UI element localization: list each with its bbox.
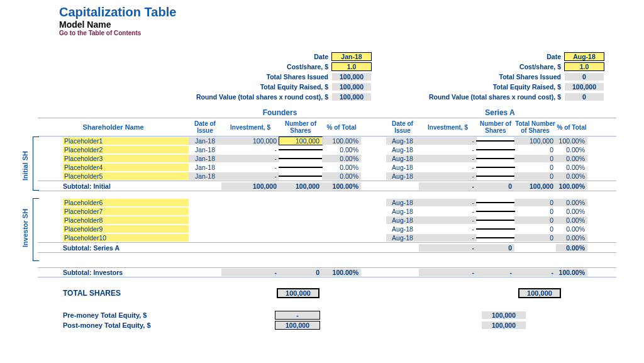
model-name: Model Name bbox=[59, 20, 644, 30]
cell-tot-a: 0 bbox=[514, 146, 556, 154]
table-row: Placeholder4Jan-18-0.00%Aug-18-00.00% bbox=[38, 163, 616, 172]
sub-initial-inv-f: 100,000 bbox=[221, 182, 279, 190]
seriesA-cost[interactable]: 1.0 bbox=[565, 63, 604, 70]
cell-pct-a: 0.00% bbox=[556, 172, 587, 180]
cell-doi-f: Jan-18 bbox=[189, 155, 221, 162]
cell-tot-a: 0 bbox=[514, 164, 556, 171]
cell-pct-a: 0.00% bbox=[556, 225, 587, 233]
cell-doi-f: Jan-18 bbox=[189, 172, 221, 180]
label-rv-a: Round Value (total shares x round cost),… bbox=[396, 93, 565, 101]
label-date: Date bbox=[189, 53, 332, 60]
total-shares-label: TOTAL SHARES bbox=[63, 289, 214, 298]
label-tsi-a: Total Shares Issued bbox=[396, 73, 565, 81]
cell-pct-f: 0.00% bbox=[322, 146, 361, 154]
shareholder-name[interactable]: Placeholder8 bbox=[63, 216, 189, 224]
cell-inv-a: - bbox=[419, 199, 477, 206]
founders-date[interactable]: Jan-18 bbox=[332, 53, 371, 60]
shareholder-name[interactable]: Placeholder2 bbox=[63, 146, 189, 154]
cell-doi-a: Aug-18 bbox=[386, 199, 419, 206]
col-shareholder: Shareholder Name bbox=[38, 123, 189, 131]
group-seriesA: Series A bbox=[396, 108, 604, 117]
total-shares-a: 100,000 bbox=[519, 289, 560, 297]
founders-rv: 100,000 bbox=[332, 93, 371, 101]
sub-initial-num-a: 0 bbox=[477, 182, 514, 190]
cell-pct-f: 0.00% bbox=[322, 164, 361, 171]
table-row: Placeholder1Jan-18100,000100,000100.00%A… bbox=[38, 137, 616, 145]
cell-doi-a: Aug-18 bbox=[386, 146, 419, 154]
post-money-f: 100,000 bbox=[275, 321, 319, 329]
cell-inv-a: - bbox=[419, 137, 477, 145]
cell-inv-f: - bbox=[221, 164, 279, 171]
post-money-label: Post-money Total Equity, $ bbox=[63, 321, 239, 329]
cell-pct-a: 0.00% bbox=[556, 146, 587, 154]
sub-initial-tot-a: 100,000 bbox=[514, 182, 556, 190]
cell-num-f[interactable]: 100,000 bbox=[279, 137, 322, 145]
cell-pct-a: 100.00% bbox=[556, 137, 587, 145]
cell-doi-f: Jan-18 bbox=[189, 137, 221, 145]
founders-tsi: 100,000 bbox=[332, 73, 371, 81]
cell-inv-a: - bbox=[419, 146, 477, 154]
cell-inv-f: - bbox=[221, 172, 279, 180]
col-pct-a: % of Total bbox=[556, 124, 587, 131]
subtotal-seriesA: Subtotal: Series A - 0 0.00% bbox=[38, 242, 616, 252]
shareholder-name[interactable]: Placeholder4 bbox=[63, 164, 189, 171]
cell-inv-f: - bbox=[221, 146, 279, 154]
table-row: Placeholder10Aug-18-00.00% bbox=[38, 233, 616, 242]
col-doi-a: Date of Issue bbox=[386, 120, 419, 134]
cell-doi-a: Aug-18 bbox=[386, 208, 419, 215]
shareholder-name[interactable]: Placeholder7 bbox=[63, 208, 189, 215]
cell-pct-a: 0.00% bbox=[556, 216, 587, 224]
col-inv-f: Investment, $ bbox=[221, 124, 279, 131]
shareholder-name[interactable]: Placeholder1 bbox=[63, 137, 189, 145]
sub-inv-inv-f: - bbox=[221, 269, 279, 276]
toc-link[interactable]: Go to the Table of Contents bbox=[59, 30, 644, 36]
sub-inv-pct-f: 100.00% bbox=[322, 269, 361, 276]
sub-initial-num-f: 100,000 bbox=[279, 182, 322, 190]
group-founders: Founders bbox=[189, 108, 371, 117]
shareholder-name[interactable]: Placeholder3 bbox=[63, 155, 189, 162]
sub-inv-pct-a: 100.00% bbox=[556, 269, 587, 276]
cell-tot-a: 0 bbox=[514, 225, 556, 233]
section-initial-bracket bbox=[33, 137, 39, 191]
shareholder-name[interactable]: Placeholder9 bbox=[63, 225, 189, 233]
cell-doi-a: Aug-18 bbox=[386, 155, 419, 162]
cell-doi-a: Aug-18 bbox=[386, 234, 419, 242]
subtotal-investors-label: Subtotal: Investors bbox=[63, 269, 189, 276]
cell-doi-f: Jan-18 bbox=[189, 164, 221, 171]
founders-summary: DateJan-18 Cost/share, $1.0 Total Shares… bbox=[189, 52, 371, 102]
cell-pct-a: 0.00% bbox=[556, 199, 587, 206]
seriesA-date[interactable]: Aug-18 bbox=[565, 53, 604, 60]
col-inv-a: Investment, $ bbox=[419, 124, 477, 131]
table-row: Placeholder9Aug-18-00.00% bbox=[38, 225, 616, 233]
shareholder-name[interactable]: Placeholder5 bbox=[63, 172, 189, 180]
cell-tot-a: 0 bbox=[514, 208, 556, 215]
subtotal-initial-label: Subtotal: Initial bbox=[63, 182, 189, 190]
cell-pct-a: 0.00% bbox=[556, 155, 587, 162]
table-row: Placeholder3Jan-18-0.00%Aug-18-00.00% bbox=[38, 154, 616, 163]
shareholder-name[interactable]: Placeholder6 bbox=[63, 199, 189, 206]
sub-sA-inv: - bbox=[419, 244, 477, 252]
col-doi-f: Date of Issue bbox=[189, 120, 221, 134]
subtotal-initial: Subtotal: Initial 100,000 100,000 100.00… bbox=[38, 181, 616, 191]
pre-money-f: - bbox=[275, 311, 319, 319]
seriesA-ter: 100,000 bbox=[565, 83, 604, 91]
post-money-a: 100,000 bbox=[482, 321, 526, 329]
total-shares-f: 100,000 bbox=[278, 289, 318, 297]
sub-inv-tot-a: - bbox=[514, 269, 556, 276]
label-cost-a: Cost/share, $ bbox=[396, 63, 565, 70]
cell-pct-a: 0.00% bbox=[556, 164, 587, 171]
shareholder-name[interactable]: Placeholder10 bbox=[63, 234, 189, 242]
cell-inv-f: 100,000 bbox=[221, 137, 279, 145]
col-num-f: Number of Shares bbox=[279, 120, 322, 134]
cell-tot-a: 0 bbox=[514, 234, 556, 242]
cell-inv-a: - bbox=[419, 225, 477, 233]
seriesA-tsi: 0 bbox=[565, 73, 604, 81]
founders-cost[interactable]: 1.0 bbox=[332, 63, 371, 70]
label-cost: Cost/share, $ bbox=[189, 63, 332, 70]
section-initial-label: Initial SH bbox=[21, 143, 29, 181]
subtotal-investors: Subtotal: Investors - 0 100.00% - - - 10… bbox=[38, 267, 616, 277]
sub-initial-inv-a: - bbox=[419, 182, 477, 190]
cell-tot-a: 0 bbox=[514, 172, 556, 180]
pre-money-a: 100,000 bbox=[482, 311, 526, 319]
cell-tot-a: 0 bbox=[514, 199, 556, 206]
